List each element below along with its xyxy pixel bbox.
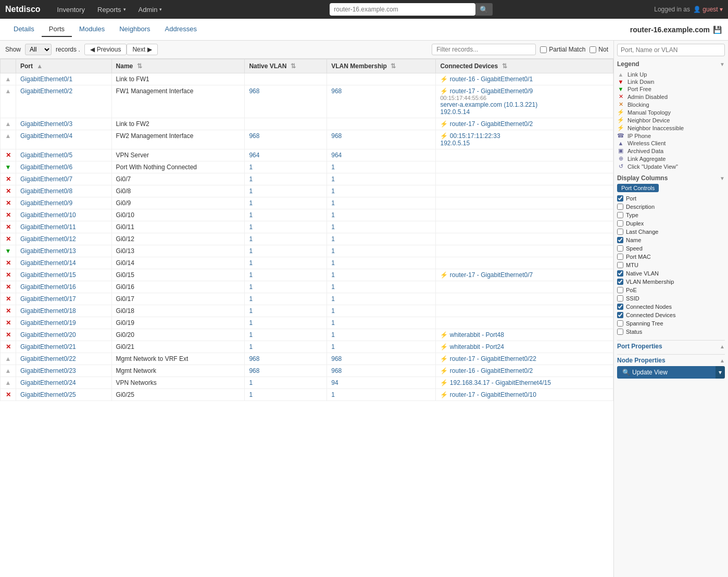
port-link[interactable]: GigabitEthernet0/25 — [20, 391, 76, 398]
vlan-link[interactable]: 1 — [331, 175, 335, 183]
not-checkbox[interactable] — [589, 46, 596, 53]
column-checkbox-7[interactable] — [617, 254, 623, 260]
vlan-link[interactable]: 968 — [331, 367, 342, 374]
vlan-link[interactable]: 1 — [331, 164, 335, 171]
th-name[interactable]: Name ⇅ — [111, 59, 245, 73]
th-port[interactable]: Port ▲ — [16, 59, 112, 73]
vlan-link[interactable]: 1 — [331, 211, 335, 219]
vlan-link[interactable]: 1 — [331, 235, 335, 243]
partial-match-checkbox[interactable] — [540, 46, 547, 53]
vlan-link[interactable]: 964 — [331, 152, 342, 159]
nav-reports[interactable]: Reports ▾ — [91, 0, 132, 19]
vlan-link[interactable]: 94 — [331, 379, 338, 386]
port-link[interactable]: GigabitEthernet0/23 — [20, 367, 76, 374]
vlan-link[interactable]: 1 — [249, 391, 253, 398]
vlan-link[interactable]: 1 — [331, 319, 335, 327]
connected-link[interactable]: router-17 - GigabitEthernet0/22 — [450, 355, 536, 362]
column-checkbox-1[interactable] — [617, 204, 623, 210]
update-view-button[interactable]: 🔍 Update View — [617, 366, 716, 379]
port-link[interactable]: GigabitEthernet0/24 — [20, 379, 76, 386]
port-search-input[interactable] — [617, 44, 725, 56]
port-link[interactable]: GigabitEthernet0/18 — [20, 307, 76, 315]
vlan-link[interactable]: 1 — [331, 283, 335, 291]
vlan-link[interactable]: 1 — [249, 379, 253, 386]
vlan-link[interactable]: 968 — [249, 367, 259, 374]
th-vlan-membership[interactable]: VLAN Membership ⇅ — [327, 59, 436, 73]
th-connected-devices[interactable]: Connected Devices ⇅ — [436, 59, 613, 73]
vlan-link[interactable]: 1 — [331, 259, 335, 267]
port-link[interactable]: GigabitEthernet0/11 — [20, 223, 76, 231]
vlan-link[interactable]: 1 — [331, 199, 335, 207]
vlan-link[interactable]: 968 — [249, 132, 259, 140]
th-native-vlan[interactable]: Native VLAN ⇅ — [245, 59, 327, 73]
user-menu[interactable]: 👤 guest ▾ — [693, 6, 723, 13]
connected-link[interactable]: router-17 - GigabitEthernet0/7 — [450, 271, 533, 279]
column-checkbox-2[interactable] — [617, 212, 623, 218]
vlan-link[interactable]: 1 — [249, 271, 253, 279]
port-link[interactable]: GigabitEthernet0/16 — [20, 283, 76, 291]
vlan-link[interactable]: 1 — [249, 199, 253, 207]
connected-link[interactable]: router-17 - GigabitEthernet0/9 — [450, 87, 533, 95]
port-link[interactable]: GigabitEthernet0/9 — [20, 199, 72, 207]
vlan-link[interactable]: 1 — [331, 223, 335, 231]
device-save-icon[interactable]: 💾 — [713, 26, 722, 34]
vlan-link[interactable]: 968 — [331, 355, 342, 362]
vlan-link[interactable]: 1 — [249, 319, 253, 327]
port-link[interactable]: GigabitEthernet0/4 — [20, 132, 72, 140]
previous-button[interactable]: ◀ Previous — [84, 44, 127, 55]
column-checkbox-8[interactable] — [617, 262, 623, 268]
port-link[interactable]: GigabitEthernet0/10 — [20, 211, 76, 219]
vlan-link[interactable]: 968 — [249, 355, 259, 362]
column-checkbox-16[interactable] — [617, 329, 623, 335]
column-checkbox-4[interactable] — [617, 229, 623, 235]
legend-collapse-icon[interactable]: ▼ — [720, 61, 725, 67]
port-link[interactable]: GigabitEthernet0/22 — [20, 355, 76, 362]
port-link[interactable]: GigabitEthernet0/7 — [20, 175, 72, 183]
port-link[interactable]: GigabitEthernet0/6 — [20, 164, 72, 171]
vlan-link[interactable]: 1 — [249, 343, 253, 350]
port-link[interactable]: GigabitEthernet0/2 — [20, 87, 72, 95]
connected-link[interactable]: whiterabbit - Port48 — [450, 331, 504, 338]
port-link[interactable]: GigabitEthernet0/12 — [20, 235, 76, 243]
vlan-link[interactable]: 968 — [331, 87, 342, 95]
column-checkbox-12[interactable] — [617, 295, 623, 302]
tab-details[interactable]: Details — [6, 22, 42, 37]
update-view-dropdown-button[interactable]: ▾ — [716, 366, 725, 379]
tab-neighbors[interactable]: Neighbors — [112, 22, 157, 37]
column-checkbox-9[interactable] — [617, 270, 623, 277]
port-link[interactable]: GigabitEthernet0/1 — [20, 76, 72, 83]
next-button[interactable]: Next ▶ — [127, 44, 158, 55]
column-checkbox-6[interactable] — [617, 245, 623, 252]
port-link[interactable]: GigabitEthernet0/15 — [20, 271, 76, 279]
nav-inventory[interactable]: Inventory — [51, 0, 91, 19]
vlan-link[interactable]: 1 — [249, 223, 253, 231]
column-checkbox-13[interactable] — [617, 304, 623, 310]
display-columns-collapse-icon[interactable]: ▼ — [720, 175, 725, 181]
port-link[interactable]: GigabitEthernet0/21 — [20, 343, 76, 350]
vlan-link[interactable]: 1 — [249, 235, 253, 243]
connected-link[interactable]: router-17 - GigabitEthernet0/2 — [450, 120, 533, 128]
vlan-link[interactable]: 1 — [249, 187, 253, 195]
connected-link[interactable]: whiterabbit - Port24 — [450, 343, 504, 350]
ip-link[interactable]: 192.0.5.14 — [440, 108, 470, 116]
vlan-link[interactable]: 1 — [331, 271, 335, 279]
vlan-link[interactable]: 1 — [331, 307, 335, 315]
port-link[interactable]: GigabitEthernet0/3 — [20, 120, 72, 128]
port-link[interactable]: GigabitEthernet0/8 — [20, 187, 72, 195]
vlan-link[interactable]: 1 — [331, 247, 335, 255]
vlan-link[interactable]: 968 — [249, 87, 259, 95]
port-link[interactable]: GigabitEthernet0/14 — [20, 259, 76, 267]
vlan-link[interactable]: 1 — [331, 187, 335, 195]
connected-link[interactable]: router-17 - GigabitEthernet0/10 — [450, 391, 536, 398]
vlan-link[interactable]: 1 — [331, 295, 335, 303]
node-properties-header[interactable]: Node Properties ▲ — [617, 354, 725, 366]
nav-admin[interactable]: Admin ▾ — [132, 0, 169, 19]
port-properties-header[interactable]: Port Properties ▲ — [617, 340, 725, 352]
vlan-link[interactable]: 1 — [249, 247, 253, 255]
vlan-link[interactable]: 1 — [249, 295, 253, 303]
port-link[interactable]: GigabitEthernet0/13 — [20, 247, 76, 255]
column-checkbox-5[interactable] — [617, 237, 623, 243]
column-checkbox-14[interactable] — [617, 312, 623, 318]
column-checkbox-11[interactable] — [617, 287, 623, 293]
vlan-link[interactable]: 964 — [249, 152, 259, 159]
